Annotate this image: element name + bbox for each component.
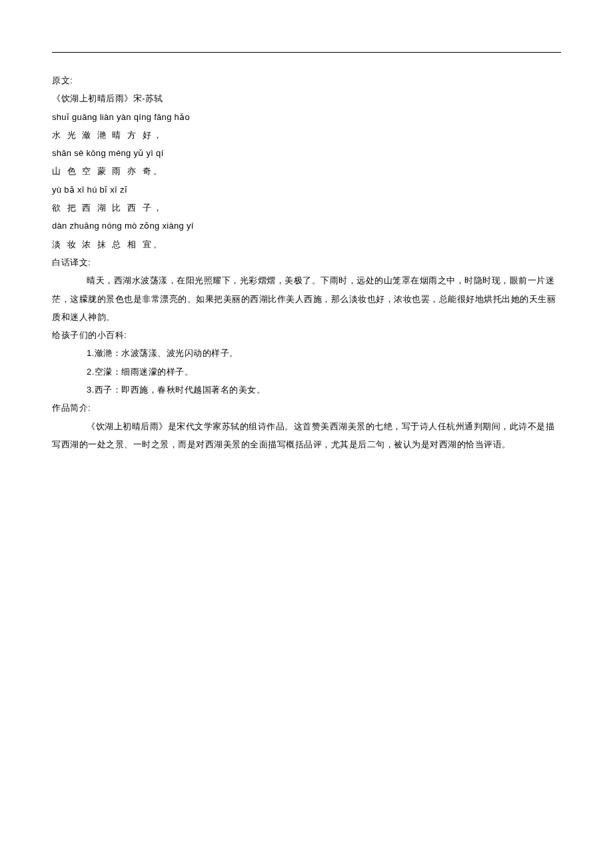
chinese-line-4: 淡 妆 浓 抹 总 相 宜。: [52, 235, 561, 253]
pinyin-line-3: yù bǎ xī hú bǐ xī zǐ: [52, 181, 561, 199]
notes-title: 给孩子们的小百科:: [52, 326, 561, 344]
chinese-line-3: 欲 把 西 湖 比 西 子，: [52, 199, 561, 217]
chinese-line-1: 水 光 潋 滟 晴 方 好，: [52, 126, 561, 144]
chinese-line-2: 山 色 空 蒙 雨 亦 奇。: [52, 162, 561, 180]
horizontal-rule: [52, 52, 561, 53]
intro-body: 《饮湖上初晴后雨》是宋代文学家苏轼的组诗作品。这首赞美西湖美景的七绝，写于诗人任…: [52, 417, 561, 454]
pinyin-line-1: shuǐ guāng liàn yàn qíng fāng hǎo: [52, 108, 561, 126]
translation-body: 晴天，西湖水波荡漾，在阳光照耀下，光彩熠熠，美极了。下雨时，远处的山笼罩在烟雨之…: [52, 271, 561, 326]
intro-title: 作品简介:: [52, 399, 561, 417]
note-item-1: 1.潋滟：水波荡漾、波光闪动的样子。: [52, 344, 561, 362]
pinyin-line-2: shān sè kōng méng yǔ yì qí: [52, 144, 561, 162]
translation-title: 白话译文:: [52, 253, 561, 271]
note-item-2: 2.空濛：细雨迷濛的样子。: [52, 363, 561, 381]
note-item-3: 3.西子：即西施，春秋时代越国著名的美女。: [52, 381, 561, 399]
pinyin-line-4: dàn zhuāng nóng mò zǒng xiàng yí: [52, 217, 561, 235]
original-title: 原文:: [52, 71, 561, 89]
poem-title: 《饮湖上初晴后雨》宋-苏轼: [52, 89, 561, 107]
